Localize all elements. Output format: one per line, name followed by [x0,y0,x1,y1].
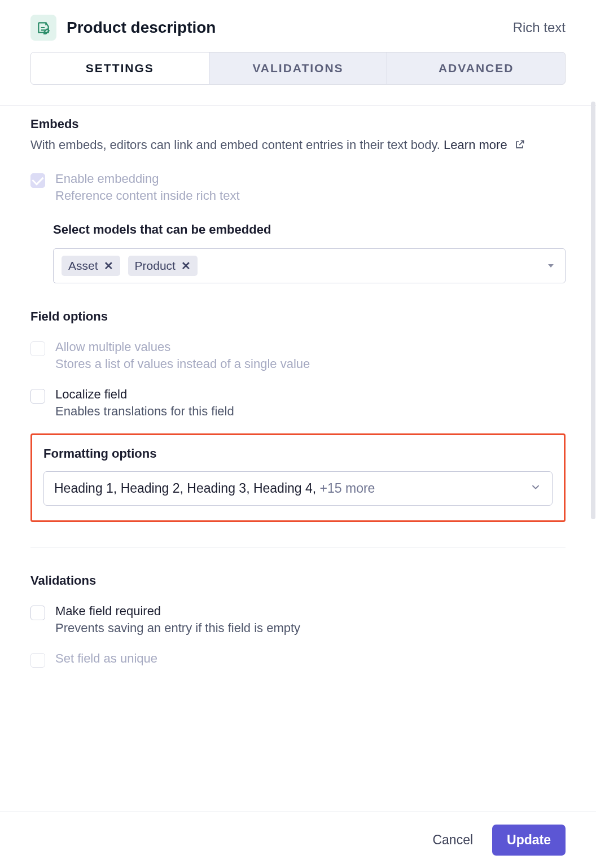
field-options-title: Field options [30,309,566,324]
chevron-down-icon [529,481,542,496]
set-unique-label: Set field as unique [55,651,157,666]
set-unique-option: Set field as unique [30,651,566,668]
dialog-header: Product description Rich text [0,0,596,52]
make-required-sub: Prevents saving an entry if this field i… [55,621,300,635]
select-models-title: Select models that can be embedded [53,222,566,237]
chip-asset: Asset ✕ [62,256,120,276]
formatting-options-highlight: Formatting options Heading 1, Heading 2,… [30,433,566,522]
localize-field-option: Localize field Enables translations for … [30,387,566,419]
dialog-footer: Cancel Update [0,812,596,868]
allow-multiple-label: Allow multiple values [55,340,310,354]
tab-validations[interactable]: VALIDATIONS [209,52,388,84]
chip-asset-remove[interactable]: ✕ [104,259,113,273]
learn-more-link[interactable]: Learn more [444,138,507,152]
enable-embedding-option: Enable embedding Reference content insid… [30,172,566,203]
formatting-summary-more: +15 more [320,481,375,496]
formatting-summary-main: Heading 1, Heading 2, Heading 3, Heading… [54,481,320,496]
field-type-label: Rich text [513,20,566,36]
make-required-option: Make field required Prevents saving an e… [30,604,566,635]
localize-field-label: Localize field [55,387,234,402]
scrollbar[interactable] [591,102,595,519]
chip-product-label: Product [135,259,176,273]
localize-field-sub: Enables translations for this field [55,404,234,419]
update-button[interactable]: Update [492,825,566,856]
chip-asset-label: Asset [68,259,98,273]
rich-text-icon [30,15,56,41]
formatting-options-title: Formatting options [43,446,553,461]
allow-multiple-option: Allow multiple values Stores a list of v… [30,340,566,371]
embeds-desc-text: With embeds, editors can link and embed … [30,138,440,152]
enable-embedding-checkbox [30,173,45,188]
set-unique-checkbox [30,653,45,668]
formatting-options-dropdown[interactable]: Heading 1, Heading 2, Heading 3, Heading… [43,471,553,506]
allow-multiple-checkbox [30,341,45,356]
chip-product-remove[interactable]: ✕ [181,259,191,273]
tab-settings[interactable]: SETTINGS [31,52,209,84]
chip-product: Product ✕ [128,256,198,276]
embeds-title: Embeds [30,117,566,131]
models-multiselect[interactable]: Asset ✕ Product ✕ [53,248,566,283]
tab-advanced[interactable]: ADVANCED [387,52,565,84]
make-required-checkbox[interactable] [30,606,45,620]
page-title: Product description [67,19,216,37]
tabs: SETTINGS VALIDATIONS ADVANCED [30,52,566,85]
caret-down-icon [548,264,554,268]
localize-field-checkbox[interactable] [30,389,45,404]
make-required-label: Make field required [55,604,300,619]
enable-embedding-sub: Reference content inside rich text [55,188,240,203]
validations-title: Validations [30,573,566,588]
select-models-section: Select models that can be embedded Asset… [53,222,566,283]
external-link-icon [514,136,525,156]
enable-embedding-label: Enable embedding [55,172,240,186]
section-divider [30,547,566,547]
embeds-desc: With embeds, editors can link and embed … [30,135,566,156]
cancel-button[interactable]: Cancel [432,832,473,848]
allow-multiple-sub: Stores a list of values instead of a sin… [55,357,310,371]
formatting-summary: Heading 1, Heading 2, Heading 3, Heading… [54,481,375,496]
